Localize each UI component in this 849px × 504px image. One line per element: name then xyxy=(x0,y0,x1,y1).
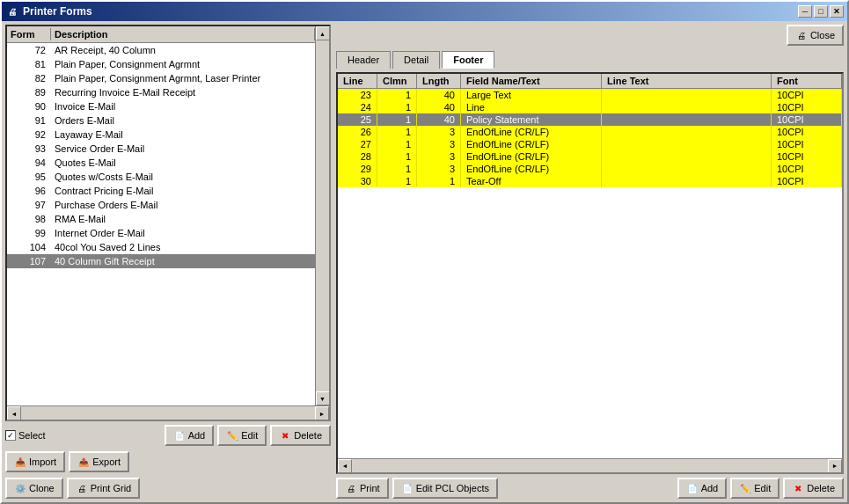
list-item[interactable]: 98 RMA E-Mail xyxy=(7,212,315,226)
list-item[interactable]: 92 Layaway E-Mail xyxy=(7,128,315,142)
form-cell: 92 xyxy=(7,128,51,141)
list-item[interactable]: 97 Purchase Orders E-Mail xyxy=(7,198,315,212)
table-row[interactable]: 24 1 40 Line 10CPI xyxy=(338,101,842,113)
edit-pcl-icon: 📄 xyxy=(401,482,414,494)
desc-cell: 40col You Saved 2 Lines xyxy=(51,241,315,253)
desc-cell: Internet Order E-Mail xyxy=(51,227,315,239)
main-window: 🖨 Printer Forms ─ □ ✕ Form Description xyxy=(0,0,849,504)
table-row[interactable]: 30 1 1 Tear-Off 10CPI xyxy=(338,175,842,187)
tab-detail[interactable]: Detail xyxy=(392,51,440,69)
close-button[interactable]: 🖨 Close xyxy=(787,25,844,46)
tab-header[interactable]: Header xyxy=(336,51,391,69)
td-line: 28 xyxy=(338,150,377,163)
table-add-icon: 📄 xyxy=(686,482,699,494)
close-btn-area: 🖨 Close xyxy=(336,25,844,46)
list-item[interactable]: 89 Recurring Invoice E-Mail Receipt xyxy=(7,85,315,99)
td-field: EndOfLine (CR/LF) xyxy=(461,138,602,150)
list-item[interactable]: 72 AR Receipt, 40 Column xyxy=(7,43,315,57)
list-item[interactable]: 82 Plain Paper, Consignment Agrmnt, Lase… xyxy=(7,71,315,85)
title-bar-buttons: ─ □ ✕ xyxy=(798,5,844,18)
table-add-button[interactable]: 📄 Add xyxy=(677,478,728,499)
th-lngth: Lngth xyxy=(417,74,461,88)
form-cell: 72 xyxy=(7,44,51,56)
form-edit-button[interactable]: ✏️ Edit xyxy=(217,425,267,446)
list-item[interactable]: 90 Invoice E-Mail xyxy=(7,99,315,113)
window-title: Printer Forms xyxy=(23,5,798,18)
list-item[interactable]: 96 Contract Pricing E-Mail xyxy=(7,184,315,198)
table-hscroll-right[interactable]: ► xyxy=(828,459,842,473)
content-area: Form Description 72 AR Receipt, 40 Colum… xyxy=(2,21,847,502)
table-hscroll[interactable]: ◄ ► xyxy=(338,458,842,472)
table-row[interactable]: 29 1 3 EndOfLine (CR/LF) 10CPI xyxy=(338,163,842,175)
print-grid-button[interactable]: 🖨 Print Grid xyxy=(67,478,140,499)
table-row[interactable]: 23 1 40 Large Text 10CPI xyxy=(338,89,842,101)
td-line: 25 xyxy=(338,113,377,126)
list-hscroll[interactable]: ◄ ► xyxy=(7,405,329,420)
table-scroll[interactable]: 23 1 40 Large Text 10CPI 24 1 40 Line 10… xyxy=(338,89,842,458)
list-item[interactable]: 81 Plain Paper, Consignment Agrmnt xyxy=(7,57,315,71)
form-cell: 97 xyxy=(7,199,51,211)
td-linetext xyxy=(602,138,772,150)
table-hscroll-left[interactable]: ◄ xyxy=(338,459,352,473)
list-item[interactable]: 93 Service Order E-Mail xyxy=(7,142,315,156)
list-item[interactable]: 95 Quotes w/Costs E-Mail xyxy=(7,170,315,184)
td-clmn: 1 xyxy=(377,175,417,187)
td-linetext xyxy=(602,89,772,101)
list-item[interactable]: 104 40col You Saved 2 Lines xyxy=(7,240,315,254)
td-line: 27 xyxy=(338,138,377,150)
th-linetext: Line Text xyxy=(602,74,772,88)
add-icon: 📄 xyxy=(173,429,186,442)
desc-cell: RMA E-Mail xyxy=(51,213,315,225)
form-col-header: Form xyxy=(7,28,51,40)
td-font: 10CPI xyxy=(772,163,842,175)
desc-cell: Purchase Orders E-Mail xyxy=(51,199,315,211)
table-row[interactable]: 26 1 3 EndOfLine (CR/LF) 10CPI xyxy=(338,126,842,138)
list-scrollbar[interactable]: ▲ ▼ xyxy=(315,26,329,405)
table-row[interactable]: 28 1 3 EndOfLine (CR/LF) 10CPI xyxy=(338,150,842,163)
td-font: 10CPI xyxy=(772,150,842,163)
window-close-button[interactable]: ✕ xyxy=(830,5,844,18)
list-item[interactable]: 99 Internet Order E-Mail xyxy=(7,226,315,240)
td-font: 10CPI xyxy=(772,138,842,150)
form-cell: 81 xyxy=(7,58,51,70)
desc-cell: Plain Paper, Consignment Agrmnt, Laser P… xyxy=(51,72,315,84)
minimize-button[interactable]: ─ xyxy=(798,5,812,18)
table-row[interactable]: 27 1 3 EndOfLine (CR/LF) 10CPI xyxy=(338,138,842,150)
table-delete-button[interactable]: ✖ Delete xyxy=(783,478,844,499)
scroll-up-btn[interactable]: ▲ xyxy=(316,26,330,40)
tab-footer[interactable]: Footer xyxy=(442,51,494,69)
form-action-buttons: ✓ Select 📄 Add ✏️ Edit ✖ Delete xyxy=(5,425,331,446)
td-lngth: 1 xyxy=(417,175,461,187)
select-checkbox[interactable]: ✓ xyxy=(5,430,16,441)
maximize-button[interactable]: □ xyxy=(814,5,828,18)
td-lngth: 40 xyxy=(417,101,461,113)
form-add-button[interactable]: 📄 Add xyxy=(165,425,215,446)
td-field: EndOfLine (CR/LF) xyxy=(461,163,602,175)
list-item[interactable]: 107 40 Column Gift Receipt xyxy=(7,254,315,268)
hscroll-right-btn[interactable]: ► xyxy=(315,406,329,420)
desc-cell: Quotes E-Mail xyxy=(51,157,315,169)
select-checkbox-btn[interactable]: ✓ Select xyxy=(5,430,46,441)
hscroll-left-btn[interactable]: ◄ xyxy=(7,406,21,420)
table-edit-button[interactable]: ✏️ Edit xyxy=(730,478,779,499)
td-lngth: 40 xyxy=(417,113,461,126)
list-item[interactable]: 91 Orders E-Mail xyxy=(7,113,315,128)
td-line: 24 xyxy=(338,101,377,113)
list-header: Form Description xyxy=(7,26,315,43)
title-bar: 🖨 Printer Forms ─ □ ✕ xyxy=(2,2,847,21)
form-delete-button[interactable]: ✖ Delete xyxy=(270,425,331,446)
edit-pcl-button[interactable]: 📄 Edit PCL Objects xyxy=(392,478,498,499)
clone-print-buttons: ⚙️ Clone 🖨 Print Grid xyxy=(5,478,331,499)
form-list-scroll[interactable]: 72 AR Receipt, 40 Column 81 Plain Paper,… xyxy=(7,43,315,405)
td-field: Line xyxy=(461,101,602,113)
export-button[interactable]: 📤 Export xyxy=(69,451,129,472)
print-button[interactable]: 🖨 Print xyxy=(336,478,389,499)
clone-button[interactable]: ⚙️ Clone xyxy=(5,478,63,499)
form-cell: 91 xyxy=(7,114,51,127)
import-button[interactable]: 📥 Import xyxy=(5,451,65,472)
import-export-buttons: 📥 Import 📤 Export xyxy=(5,451,331,472)
table-row[interactable]: 25 1 40 Policy Statement 10CPI xyxy=(338,113,842,126)
list-item[interactable]: 94 Quotes E-Mail xyxy=(7,156,315,170)
scroll-down-btn[interactable]: ▼ xyxy=(316,391,330,405)
td-field: Tear-Off xyxy=(461,175,602,187)
